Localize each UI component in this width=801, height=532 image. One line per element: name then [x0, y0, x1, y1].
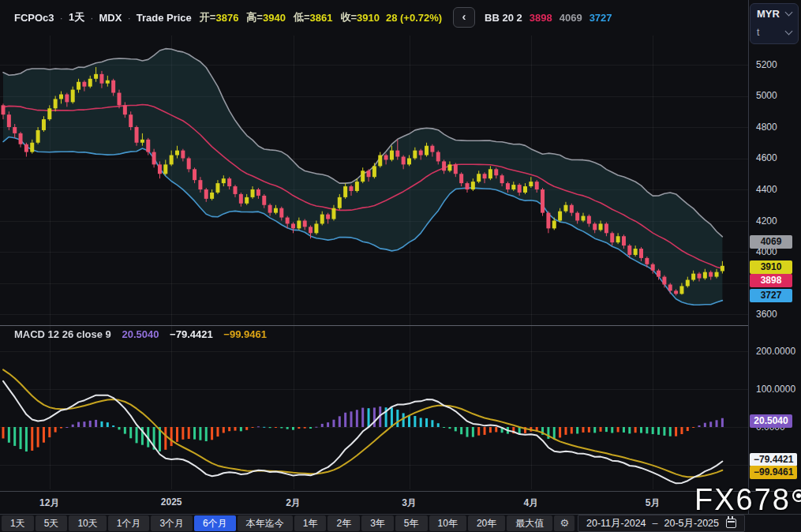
close-label: 收=	[340, 10, 357, 24]
axis-price-badge: 20.5040	[750, 414, 792, 428]
time-axis-label: 2025	[161, 496, 182, 508]
low-value: 3861	[309, 12, 332, 24]
axis-tick-label: 200.0000	[756, 345, 795, 358]
date-to: 20-5月-2025	[664, 517, 720, 530]
bb-title: BB 20 2	[485, 12, 522, 24]
chevron-down-icon	[785, 8, 793, 16]
unit-dropdown[interactable]: t	[750, 23, 798, 42]
range-button-3年[interactable]: 3年	[361, 515, 394, 531]
collapse-chevron-left-icon[interactable]: ‹	[453, 7, 475, 28]
exchange-label: MDX	[99, 12, 122, 24]
trading-chart-app: FCPOc3 · 1天 · MDX · Trade Price 开=3876 高…	[0, 0, 801, 532]
high-value: 3940	[263, 12, 286, 24]
time-axis[interactable]: 12月20252月3月4月5月	[0, 492, 748, 514]
range-button-10年[interactable]: 10年	[429, 515, 466, 531]
axis-tick-label: 100.0000	[756, 383, 795, 395]
bollinger-legend: BB 20 2 3898 4069 3727	[485, 12, 612, 24]
range-button-本年迄今[interactable]: 本年迄今	[238, 515, 293, 531]
axis-tick-label: 4200	[756, 215, 777, 227]
date-separator: –	[653, 518, 658, 529]
watermark-text: FX678	[694, 483, 791, 517]
range-buttons: 1天5天10天1个月3个月6个月本年迄今1年2年3年5年10年20年最大值	[2, 515, 554, 531]
symbol-name: FCPOc3	[14, 12, 54, 24]
range-button-6个月[interactable]: 6个月	[194, 515, 236, 531]
currency-unit-selector: MYR t	[750, 3, 799, 44]
range-button-2年[interactable]: 2年	[328, 515, 360, 531]
axis-tick-label: 5200	[756, 58, 777, 71]
range-toolbar: 1天5天10天1个月3个月6个月本年迄今1年2年3年5年10年20年最大值 ⚙ …	[0, 515, 801, 532]
range-button-20年[interactable]: 20年	[468, 515, 505, 531]
axis-price-badge: 4069	[750, 235, 792, 249]
currency-dropdown[interactable]: MYR	[750, 4, 798, 23]
change-value: 28 (+0.72%)	[386, 12, 442, 24]
macd-title: MACD 12 26 close 9	[14, 328, 111, 340]
range-button-3个月[interactable]: 3个月	[151, 515, 193, 531]
price-axis[interactable]: MYR t 5200500048004600440042004000360020…	[749, 0, 801, 491]
symbol-header: FCPOc3 · 1天 · MDX · Trade Price 开=3876 高…	[14, 9, 612, 26]
low-label: 低=	[294, 10, 310, 24]
range-button-1个月[interactable]: 1个月	[108, 515, 150, 531]
fx678-logo-icon	[792, 489, 801, 502]
separator-dot: ·	[60, 12, 63, 24]
time-axis-label: 12月	[39, 496, 59, 510]
currency-value: MYR	[757, 8, 780, 20]
unit-value: t	[757, 27, 759, 38]
time-axis-label: 5月	[646, 496, 661, 510]
price-type-label: Trade Price	[137, 12, 192, 24]
axis-price-badge: −79.4421	[750, 453, 797, 466]
time-axis-label: 4月	[524, 496, 539, 510]
time-axis-label: 3月	[402, 496, 417, 510]
date-from: 20-11月-2024	[586, 517, 646, 530]
macd-histogram-value: 20.5040	[122, 328, 159, 340]
time-axis-separator	[0, 491, 801, 492]
calendar-icon	[726, 519, 736, 528]
high-label: 高=	[246, 10, 263, 24]
axis-price-badge: 3910	[750, 260, 792, 274]
fx678-watermark: FX678	[694, 483, 801, 517]
date-range-picker[interactable]: 20-11月-2024 – 20-5月-2025	[578, 515, 745, 532]
interval-label: 1天	[69, 10, 84, 24]
settings-gear-icon[interactable]: ⚙	[554, 515, 575, 531]
range-button-10天[interactable]: 10天	[69, 515, 106, 531]
time-axis-label: 2月	[286, 496, 301, 510]
range-button-最大值[interactable]: 最大值	[507, 515, 552, 531]
axis-tick-label: 5000	[756, 89, 777, 102]
range-button-5年[interactable]: 5年	[395, 515, 428, 531]
range-button-1天[interactable]: 1天	[2, 515, 34, 531]
open-value: 3876	[215, 12, 238, 24]
separator-dot: ·	[90, 12, 93, 24]
panel-separator[interactable]	[0, 325, 748, 326]
macd-line-value: −79.4421	[170, 328, 213, 340]
bb-upper-value: 4069	[560, 12, 582, 24]
axis-price-badge: 3727	[750, 289, 792, 302]
bb-mid-value: 3898	[530, 12, 552, 24]
price-macd-chart-canvas[interactable]	[0, 0, 748, 491]
close-value: 3910	[357, 12, 380, 24]
range-button-1年[interactable]: 1年	[294, 515, 327, 531]
macd-signal-value: −99.9461	[223, 328, 267, 340]
axis-tick-label: 4400	[756, 183, 777, 196]
open-label: 开=	[200, 10, 216, 24]
separator-dot: ·	[127, 12, 130, 24]
axis-tick-label: 4600	[756, 152, 777, 164]
chevron-down-icon	[785, 27, 793, 35]
axis-price-badge: −99.9461	[750, 466, 797, 479]
bb-lower-value: 3727	[590, 12, 612, 24]
axis-price-badge: 3898	[750, 274, 792, 287]
range-button-5天[interactable]: 5天	[36, 515, 68, 531]
macd-legend: MACD 12 26 close 9 20.5040 −79.4421 −99.…	[14, 328, 267, 340]
axis-tick-label: 3600	[756, 308, 777, 320]
axis-tick-label: 4800	[756, 121, 777, 133]
